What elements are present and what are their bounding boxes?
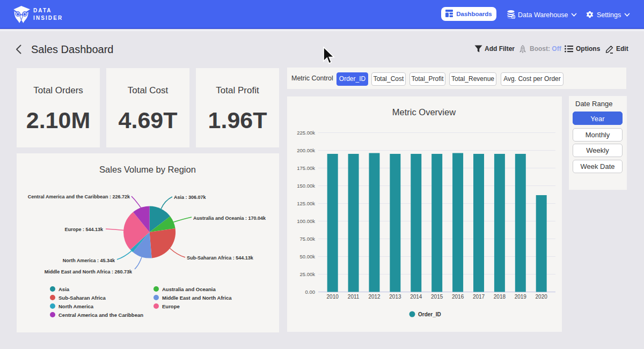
svg-text:Middle East and North Africa :: Middle East and North Africa : 260.73k: [45, 269, 133, 274]
svg-text:2020: 2020: [536, 294, 548, 300]
svg-text:100.00k: 100.00k: [297, 218, 315, 224]
svg-text:2017: 2017: [473, 294, 485, 300]
svg-text:2010: 2010: [327, 294, 339, 300]
svg-text:2018: 2018: [494, 294, 506, 300]
svg-text:Central America and the Caribb: Central America and the Caribbean: [58, 312, 143, 318]
svg-text:Asia : 306.07k: Asia : 306.07k: [174, 195, 207, 200]
svg-text:2015: 2015: [431, 294, 443, 300]
svg-text:2019: 2019: [515, 294, 527, 300]
svg-text:Australia and Oceania: Australia and Oceania: [162, 286, 216, 292]
svg-text:125.00k: 125.00k: [297, 201, 315, 206]
svg-text:Sub-Saharan Africa: Sub-Saharan Africa: [58, 295, 106, 301]
svg-text:Europe: Europe: [162, 303, 180, 309]
svg-text:2016: 2016: [452, 294, 464, 300]
svg-text:North America : 45.34k: North America : 45.34k: [63, 258, 115, 263]
svg-text:75.00k: 75.00k: [299, 236, 315, 242]
svg-text:2012: 2012: [368, 294, 380, 300]
svg-text:150.00k: 150.00k: [297, 183, 315, 189]
svg-text:2013: 2013: [389, 294, 401, 300]
svg-text:Australia and Oceania : 170.04: Australia and Oceania : 170.04k: [193, 216, 266, 221]
svg-text:225.00k: 225.00k: [297, 130, 315, 136]
svg-text:Sub-Saharan Africa : 544.13k: Sub-Saharan Africa : 544.13k: [187, 255, 254, 261]
svg-text:Asia: Asia: [58, 286, 70, 292]
svg-text:North America: North America: [58, 303, 94, 309]
svg-text:Sales Volume by Region: Sales Volume by Region: [99, 165, 196, 174]
svg-text:25.00k: 25.00k: [299, 271, 315, 277]
svg-text:Order_ID: Order_ID: [418, 311, 441, 317]
svg-text:Europe : 544.13k: Europe : 544.13k: [64, 227, 104, 232]
svg-text:2014: 2014: [410, 294, 422, 300]
svg-text:175.00k: 175.00k: [297, 165, 315, 171]
svg-text:0.00: 0.00: [305, 289, 316, 295]
svg-text:2011: 2011: [348, 294, 360, 300]
svg-text:Central America and the Caribb: Central America and the Caribbean : 226.…: [28, 194, 130, 199]
svg-text:Metric Overview: Metric Overview: [392, 107, 456, 117]
svg-text:Middle East and North Africa: Middle East and North Africa: [162, 295, 232, 301]
svg-text:200.00k: 200.00k: [297, 147, 315, 153]
svg-text:50.00k: 50.00k: [299, 254, 315, 259]
